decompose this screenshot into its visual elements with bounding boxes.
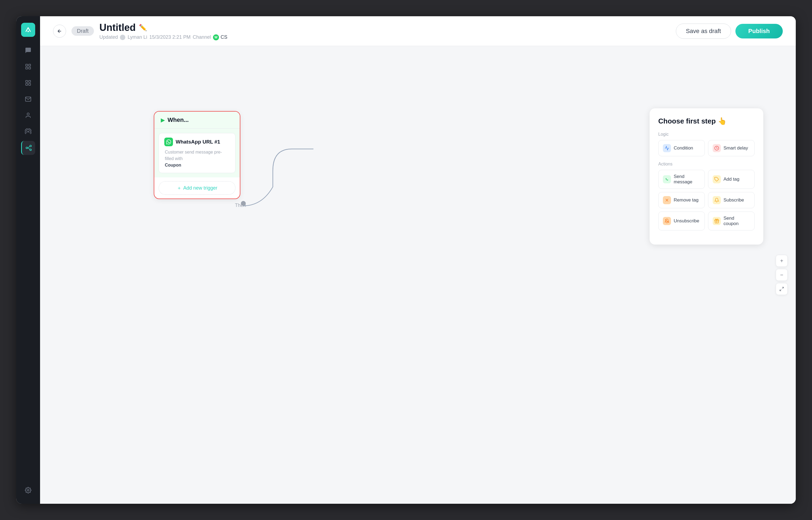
edit-title-icon[interactable]: ✏️ (139, 24, 147, 31)
action-item-add-tag[interactable]: Add tag (708, 170, 755, 189)
sidebar-item-chat[interactable] (21, 43, 35, 57)
svg-rect-4 (26, 67, 28, 69)
page-title: Untitled (99, 22, 136, 33)
trigger-title: WhatsApp URL #1 (176, 139, 220, 145)
sidebar-item-workflow[interactable] (21, 141, 35, 155)
app-logo (21, 23, 35, 37)
svg-line-15 (28, 147, 30, 148)
save-draft-button[interactable]: Save as draft (676, 24, 731, 39)
back-button[interactable] (53, 25, 66, 37)
svg-line-16 (28, 148, 30, 149)
sidebar-item-automation[interactable] (21, 59, 35, 74)
user-avatar (120, 35, 125, 40)
action-item-unsubscribe[interactable]: Unsubscribe (658, 211, 705, 231)
sidebar-item-grid[interactable] (21, 76, 35, 90)
when-node: ▶ When... WhatsApp URL #1 (154, 111, 240, 199)
trigger-description: Customer send message pre-filled with Co… (164, 149, 230, 168)
svg-point-11 (28, 131, 29, 132)
send-message-label: Send message (674, 174, 700, 185)
svg-point-14 (30, 149, 31, 151)
remove-tag-label: Remove tag (674, 198, 699, 203)
header-actions: Save as draft Publish (676, 24, 783, 39)
svg-rect-2 (26, 64, 28, 66)
updated-by: Lyman Li (128, 34, 147, 40)
svg-rect-7 (29, 80, 31, 82)
action-item-send-coupon[interactable]: Send coupon (708, 211, 755, 231)
logic-section-label: Logic (658, 132, 755, 137)
sidebar-item-inbox[interactable] (21, 92, 35, 106)
svg-line-24 (780, 289, 781, 291)
svg-rect-9 (29, 83, 31, 85)
svg-point-1 (28, 31, 29, 32)
svg-point-17 (27, 489, 29, 491)
subscribe-icon (713, 196, 721, 204)
sidebar-item-settings[interactable] (21, 483, 35, 497)
subscribe-label: Subscribe (724, 198, 744, 203)
svg-line-23 (782, 287, 784, 288)
updated-label: Updated (99, 34, 118, 40)
action-item-remove-tag[interactable]: Remove tag (658, 192, 705, 208)
condition-icon (663, 144, 671, 152)
action-item-send-message[interactable]: Send message (658, 170, 705, 189)
when-node-body: WhatsApp URL #1 Customer send message pr… (154, 129, 240, 177)
when-node-header: ▶ When... (154, 111, 240, 129)
trigger-card[interactable]: WhatsApp URL #1 Customer send message pr… (159, 133, 235, 173)
updated-time: 15/3/2023 2:21 PM (149, 34, 191, 40)
svg-rect-8 (26, 83, 28, 85)
action-item-smart-delay[interactable]: Smart delay (708, 140, 755, 156)
actions-grid: Send message Add tag (658, 170, 755, 231)
action-item-subscribe[interactable]: Subscribe (708, 192, 755, 208)
play-icon: ▶ (161, 117, 165, 123)
publish-button[interactable]: Publish (735, 24, 783, 38)
add-trigger-button[interactable]: ＋ Add new trigger (159, 181, 235, 195)
header: Draft Untitled ✏️ Updated Lyman Li 15/3/… (40, 16, 796, 46)
choose-first-step-panel: Choose first step 👆 Logic Condition (650, 108, 763, 244)
unsubscribe-icon (663, 217, 671, 225)
add-tag-icon (713, 175, 721, 183)
channel-name: CS (221, 34, 227, 40)
unsubscribe-label: Unsubscribe (674, 218, 699, 224)
svg-point-13 (30, 145, 31, 147)
logic-grid: Condition Smart delay (658, 140, 755, 156)
actions-section-label: Actions (658, 162, 755, 166)
smart-delay-icon (713, 144, 721, 152)
svg-rect-6 (26, 80, 28, 82)
send-coupon-icon (713, 217, 721, 225)
svg-point-12 (26, 147, 28, 149)
sidebar-item-contacts[interactable] (21, 108, 35, 123)
when-label: When... (168, 116, 189, 124)
header-title-area: Untitled ✏️ Updated Lyman Li 15/3/2023 2… (99, 22, 670, 41)
send-coupon-label: Send coupon (724, 215, 750, 227)
channel-label: Channel (193, 34, 211, 40)
fit-screen-button[interactable] (776, 283, 788, 295)
zoom-out-button[interactable]: − (776, 269, 788, 281)
svg-point-10 (27, 113, 29, 115)
zoom-in-button[interactable]: + (776, 255, 788, 267)
whatsapp-channel-icon: W (213, 34, 219, 41)
remove-tag-icon (663, 196, 671, 204)
choose-title-emoji: 👆 (718, 117, 726, 125)
add-tag-label: Add tag (724, 177, 739, 182)
connector-dot (241, 201, 246, 206)
send-message-icon (663, 175, 671, 183)
plus-icon: ＋ (177, 185, 181, 191)
automation-canvas: ▶ When... WhatsApp URL #1 (40, 46, 796, 504)
svg-rect-5 (29, 67, 31, 69)
sidebar (16, 16, 40, 504)
channel-badge: W CS (213, 34, 227, 41)
condition-label: Condition (674, 146, 693, 151)
main-content: Draft Untitled ✏️ Updated Lyman Li 15/3/… (40, 16, 796, 504)
whatsapp-trigger-icon (164, 137, 173, 146)
smart-delay-label: Smart delay (724, 146, 748, 151)
zoom-controls: + − (776, 255, 788, 295)
sidebar-item-broadcast[interactable] (21, 125, 35, 139)
action-item-condition[interactable]: Condition (658, 140, 705, 156)
header-meta: Updated Lyman Li 15/3/2023 2:21 PM Chann… (99, 34, 670, 41)
choose-panel-title: Choose first step 👆 (658, 117, 755, 125)
draft-status-badge: Draft (72, 26, 94, 36)
svg-rect-3 (29, 64, 31, 66)
